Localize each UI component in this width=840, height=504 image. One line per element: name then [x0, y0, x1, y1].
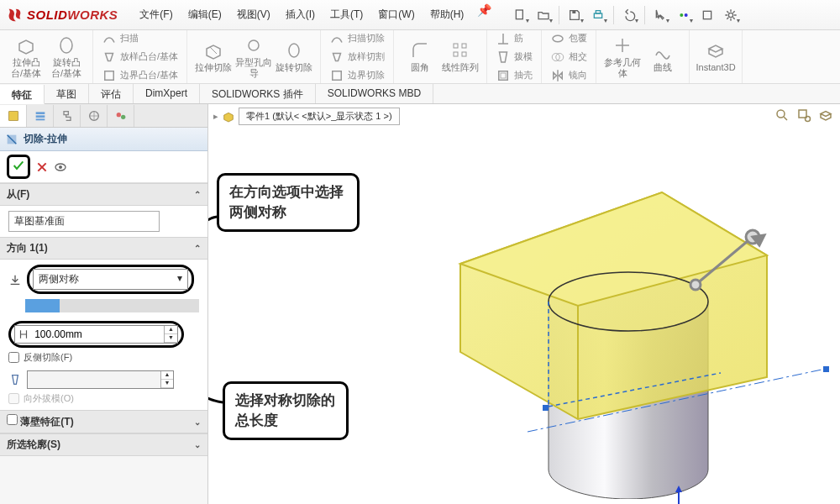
svg-rect-2 [595, 13, 602, 18]
svg-rect-18 [501, 73, 506, 78]
intersect-button[interactable]: 相交 [549, 49, 589, 66]
thin-feature-header[interactable]: 薄壁特征(T)⌄ [0, 410, 207, 433]
revolve-boss-button[interactable]: 旋转凸台/基体 [47, 35, 86, 77]
draft-button[interactable]: 拨模 [494, 49, 534, 66]
cancel-button[interactable] [35, 160, 49, 174]
options-button[interactable]: ▼ [719, 5, 743, 25]
ok-button[interactable] [12, 159, 25, 172]
tab-feature[interactable]: 特征 [0, 85, 45, 104]
zoom-fit-icon[interactable] [774, 108, 790, 123]
origin-triad-icon [662, 482, 712, 504]
sweep-cut-button[interactable]: 扫描切除 [328, 30, 386, 47]
svg-rect-6 [704, 11, 711, 18]
new-button[interactable]: ▼ [508, 5, 532, 25]
instant3d-button[interactable]: Instant3D [696, 40, 735, 72]
app-brand: SOLIDWORKS [5, 6, 118, 24]
svg-rect-12 [333, 71, 342, 80]
depth-spinner[interactable]: ▲▼ [14, 325, 178, 344]
from-header[interactable]: 从(F)⌃ [0, 183, 207, 206]
featuremgr-tab[interactable] [0, 105, 27, 127]
loft-button[interactable]: 放样凸台/基体 [100, 49, 180, 66]
menu-tools[interactable]: 工具(T) [323, 3, 370, 26]
tab-addins[interactable]: SOLIDWORKS 插件 [200, 84, 316, 103]
breadcrumb-part[interactable]: 零件1 (默认< <默认>_显示状态 1 >) [239, 108, 400, 125]
svg-rect-22 [8, 111, 18, 120]
menu-window[interactable]: 窗口(W) [371, 3, 421, 26]
svg-rect-15 [454, 52, 458, 56]
pin-icon[interactable]: 📌 [477, 3, 491, 26]
wrap-button[interactable]: 包覆 [549, 30, 589, 47]
curves-button[interactable]: 曲线 [643, 40, 682, 72]
svg-point-7 [729, 13, 733, 17]
preview-toggle[interactable] [54, 160, 67, 174]
menu-view[interactable]: 视图(V) [230, 3, 277, 26]
end-condition-dropdown[interactable]: 两侧对称▾ [33, 269, 188, 290]
reverse-direction-icon[interactable] [8, 273, 22, 286]
svg-point-19 [553, 35, 563, 42]
extrude-cut-button[interactable]: 拉伸切除 [194, 40, 233, 72]
selected-contours-header[interactable]: 所选轮廓(S)⌄ [0, 433, 207, 456]
menu-help[interactable]: 帮助(H) [423, 3, 471, 26]
from-plane-combo[interactable]: 草图基准面 [8, 211, 160, 232]
tab-dimxpert[interactable]: DimXpert [134, 84, 200, 103]
select-button[interactable]: ▼ [648, 5, 672, 25]
svg-point-28 [121, 114, 125, 118]
tab-mbd[interactable]: SOLIDWORKS MBD [316, 84, 433, 103]
boundary-button[interactable]: 边界凸台/基体 [100, 67, 180, 84]
tab-sketch[interactable]: 草图 [45, 84, 89, 103]
extrude-boss-button[interactable]: 拉伸凸台/基体 [7, 35, 45, 77]
svg-point-8 [60, 38, 72, 53]
rib-button[interactable]: 筋 [494, 30, 534, 47]
propertymgr-tab[interactable] [27, 105, 54, 127]
zoom-area-icon[interactable] [796, 108, 811, 123]
ref-geom-button[interactable]: 参考几何体 [603, 35, 642, 77]
svg-rect-17 [499, 71, 508, 80]
direction-slider[interactable] [25, 299, 199, 312]
revolve-cut-button[interactable]: 旋转切除 [275, 40, 313, 72]
print-button[interactable]: ▼ [586, 5, 610, 25]
svg-rect-14 [462, 44, 466, 48]
displaymgr-tab[interactable] [108, 105, 134, 127]
shell-button[interactable]: 抽壳 [494, 67, 534, 84]
mirror-button[interactable]: 镜向 [549, 67, 589, 84]
depth-up[interactable]: ▲ [165, 326, 177, 334]
svg-point-4 [680, 13, 684, 17]
menu-edit[interactable]: 编辑(E) [181, 3, 228, 26]
graphics-viewport[interactable]: ▸ 零件1 (默认< <默认>_显示状态 1 >) [208, 104, 840, 504]
appearance-button[interactable] [696, 5, 719, 25]
endcond-combo-circled: 两侧对称▾ [27, 265, 194, 294]
svg-point-5 [685, 13, 688, 17]
loft-cut-button[interactable]: 放样切割 [328, 49, 386, 66]
draft-outward-checkbox[interactable] [8, 393, 19, 404]
configmgr-tab[interactable] [54, 105, 81, 127]
flip-side-checkbox[interactable] [8, 352, 19, 363]
hole-wizard-button[interactable]: 异型孔向导 [234, 35, 273, 77]
annot-symmetric: 在方向选项中选择两侧对称 [217, 173, 360, 232]
draft-angle-input[interactable] [28, 371, 160, 388]
dimxpertmgr-tab[interactable] [81, 105, 108, 127]
svg-rect-16 [462, 52, 466, 56]
thin-feature-checkbox[interactable] [7, 414, 18, 425]
boundary-cut-button[interactable]: 边界切除 [328, 67, 386, 84]
rebuild-button[interactable]: ▼ [672, 5, 696, 25]
property-manager: 切除-拉伸 从(F)⌃ 草图基准面 方向 1(1)⌃ 两侧对称▾ [0, 104, 208, 504]
direction1-header[interactable]: 方向 1(1)⌃ [0, 237, 207, 260]
solidworks-logo-icon [5, 6, 24, 24]
save-button[interactable]: ▼ [563, 5, 586, 25]
draft-icon[interactable] [8, 373, 22, 386]
open-button[interactable]: ▼ [532, 5, 555, 25]
menu-insert[interactable]: 插入(I) [279, 3, 322, 26]
svg-rect-24 [35, 115, 45, 118]
depth-input[interactable] [31, 326, 164, 343]
fillet-button[interactable]: 圆角 [401, 40, 439, 72]
undo-button[interactable]: ▼ [617, 5, 641, 25]
draft-angle-spinner[interactable]: ▲▼ [27, 370, 174, 389]
menu-file[interactable]: 文件(F) [133, 3, 179, 26]
cut-extrude-icon [5, 133, 18, 146]
tab-evaluate[interactable]: 评估 [89, 84, 134, 103]
menu-bar: 文件(F) 编辑(E) 视图(V) 插入(I) 工具(T) 窗口(W) 帮助(H… [133, 3, 491, 26]
sweep-button[interactable]: 扫描 [100, 30, 180, 47]
view-orient-icon[interactable] [818, 108, 833, 123]
linear-pattern-button[interactable]: 线性阵列 [441, 40, 480, 72]
depth-down[interactable]: ▼ [165, 334, 177, 343]
